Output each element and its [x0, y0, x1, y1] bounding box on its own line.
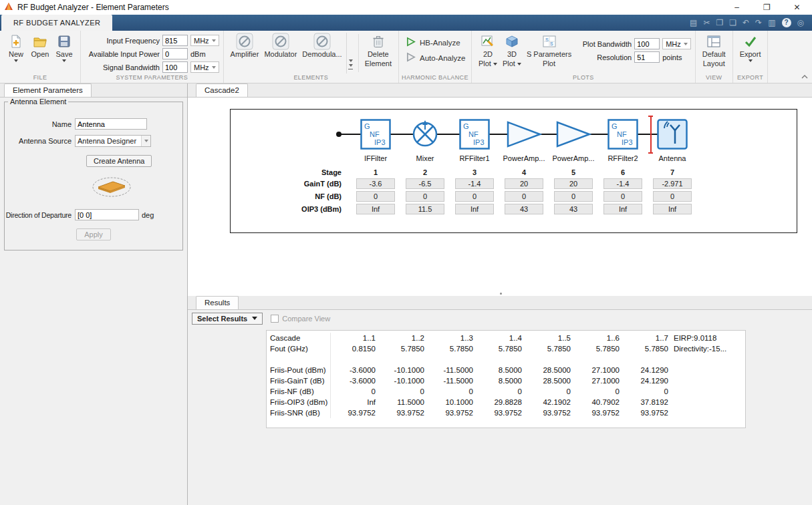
results-cell: 24.1290 [624, 365, 672, 375]
open-button[interactable]: Open [28, 33, 52, 58]
rf-budget-analyzer-window: RF Budget Analyzer - Element Parameters … [0, 0, 812, 505]
cascade-diagram: GNFIP3IFFilterMixerGNFIP3RFFilter1PowerA… [230, 109, 797, 233]
auto-analyze-button[interactable]: Auto-Analyze [406, 52, 467, 63]
collapse-toolstrip-button[interactable] [801, 71, 808, 81]
filter-icon[interactable]: GNFIP3 [360, 119, 391, 150]
new-button[interactable]: New [4, 33, 28, 62]
svg-text:IP3: IP3 [374, 138, 386, 146]
stage-cell: 20 [505, 178, 543, 189]
paste-icon[interactable]: ❏ [729, 18, 736, 27]
cascade-element[interactable]: Antenna [648, 119, 697, 162]
cascade-element[interactable]: PowerAmp... [549, 119, 598, 162]
filter-icon[interactable]: GNFIP3 [607, 119, 638, 150]
modulator-gallery-item[interactable]: Modulator [261, 33, 299, 58]
community-icon[interactable]: ◎ [797, 18, 804, 27]
cascade-document: GNFIP3IFFilterMixerGNFIP3RFFilter1PowerA… [188, 98, 812, 296]
stage-cell: 43 [505, 204, 543, 214]
svg-text:IP3: IP3 [622, 138, 633, 146]
plot-3d-label-2: Plot [503, 59, 521, 67]
restore-button[interactable]: ❐ [752, 0, 782, 15]
amplifier-gallery-item[interactable]: Amplifier [228, 33, 262, 58]
signal-bandwidth-field[interactable] [162, 61, 188, 73]
stage-cell: 0 [356, 191, 395, 202]
plot-bandwidth-field[interactable] [634, 38, 660, 49]
tab-cascade2[interactable]: Cascade2 [196, 83, 248, 97]
antenna-preview-image [90, 172, 182, 204]
undo-icon[interactable]: ↶ [742, 18, 749, 27]
save-icon[interactable]: ▤ [690, 18, 697, 27]
plot-2d-button[interactable]: 2D Plot [476, 33, 500, 67]
signal-bandwidth-unit: MHz [194, 63, 209, 71]
tab-element-parameters[interactable]: Element Parameters [4, 83, 92, 97]
results-cell: 37.8192 [624, 397, 672, 407]
cut-icon[interactable]: ✂ [703, 18, 710, 27]
redo-icon[interactable]: ↷ [755, 18, 762, 27]
default-layout-button[interactable]: Default Layout [700, 33, 728, 67]
demodulator-gallery-item[interactable]: Demodula... [299, 33, 344, 58]
create-antenna-button[interactable]: Create Antenna [86, 155, 152, 167]
cascade-element[interactable]: GNFIP3RFFilter2 [598, 119, 648, 162]
plot-bandwidth-unit-select[interactable]: MHz [662, 38, 691, 49]
elements-gallery-expand[interactable] [346, 33, 355, 73]
help-icon[interactable]: ? [782, 18, 791, 27]
compare-view-checkbox[interactable] [271, 315, 279, 323]
quick-access-toolbar: ▤✂❐❏↶↷▥?◎ [690, 15, 812, 31]
cascade-element[interactable]: Mixer [400, 119, 450, 162]
export-button[interactable]: Export [737, 33, 764, 62]
section-export: Export EXPORT [733, 31, 769, 83]
stage-cell: Inf [603, 204, 642, 214]
cascade-element[interactable]: PowerAmp... [499, 119, 549, 162]
print-icon[interactable]: ▥ [768, 18, 775, 27]
tab-rf-budget-analyzer[interactable]: RF BUDGET ANALYZER [1, 15, 112, 31]
resolution-field[interactable] [634, 51, 660, 63]
name-field[interactable] [75, 118, 147, 130]
cascade-element[interactable]: GNFIP3RFFilter1 [450, 119, 499, 162]
hb-analyze-button[interactable]: HB-Analyze [406, 37, 467, 48]
close-button[interactable]: ✕ [782, 0, 812, 15]
antenna-source-select[interactable]: Antenna Designer [75, 135, 151, 147]
input-frequency-unit-select[interactable]: MHz [190, 35, 219, 46]
plot-2d-label-1: 2D [483, 50, 493, 58]
section-system-parameters: Input Frequency MHz Available Input Powe… [81, 31, 224, 83]
splitter-handle[interactable] [500, 293, 502, 295]
svg-text:IP3: IP3 [473, 138, 485, 146]
select-results-button[interactable]: Select Results [192, 313, 263, 325]
mixer-icon[interactable] [410, 119, 440, 150]
signal-bandwidth-unit-select[interactable]: MHz [190, 61, 219, 73]
available-input-power-field[interactable] [162, 48, 188, 59]
stage-cell: 0 [603, 191, 642, 202]
results-cell [624, 354, 672, 365]
antenna-icon[interactable] [657, 119, 688, 150]
auto-analyze-icon [406, 52, 416, 63]
results-cell: -10.1000 [380, 375, 428, 386]
copy-icon[interactable]: ❐ [716, 18, 724, 27]
stage-row-label: OIP3 (dBm) [257, 205, 351, 213]
available-input-power-unit: dBm [190, 50, 206, 58]
delete-element-button[interactable]: Delete Element [362, 33, 394, 67]
element-label: Mixer [416, 154, 434, 162]
svg-text:NF: NF [617, 130, 627, 138]
resolution-label: Resolution [579, 53, 632, 61]
stage-cell: Inf [455, 204, 494, 214]
input-frequency-field[interactable] [162, 35, 188, 46]
minimize-button[interactable]: – [722, 0, 752, 15]
filter-icon[interactable]: GNFIP3 [459, 119, 490, 150]
s-parameters-plot-button[interactable]: SS S Parameters Plot [524, 33, 574, 67]
save-button[interactable]: Save [52, 33, 76, 62]
save-label: Save [55, 50, 72, 58]
section-label-file: FILE [0, 73, 80, 83]
stage-cell: 20 [554, 178, 593, 189]
stage-cell: -3.6 [356, 178, 395, 189]
direction-of-departure-field[interactable] [75, 209, 139, 220]
cascade-element[interactable]: GNFIP3IFFilter [351, 119, 400, 162]
plot-3d-button[interactable]: 3D Plot [500, 33, 524, 67]
apply-button[interactable]: Apply [76, 228, 111, 240]
results-cell: 5.7850 [526, 343, 575, 354]
tab-results[interactable]: Results [196, 296, 239, 309]
results-extra-cell [672, 375, 746, 386]
section-label-plots: PLOTS [472, 73, 695, 83]
section-elements: Amplifier Modulator Demodula... [224, 31, 399, 83]
svg-text:G: G [612, 122, 618, 130]
amplifier-icon[interactable] [505, 119, 543, 150]
amplifier-icon[interactable] [555, 119, 592, 150]
